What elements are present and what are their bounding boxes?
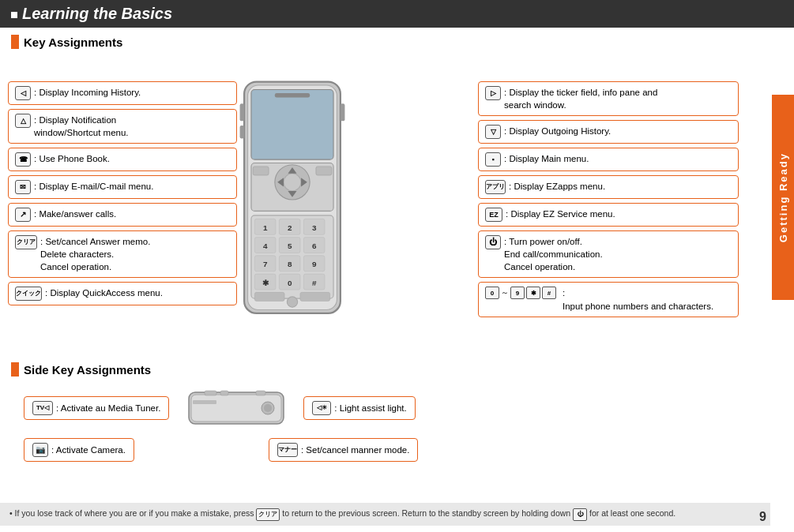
svg-rect-42: [300, 292, 330, 301]
notification-desc: : Display Notificationwindow/Shortcut me…: [34, 114, 230, 139]
phone-svg: 1 2 3 4 5 6 7 8 9: [233, 77, 352, 322]
section-header-bar: [11, 35, 19, 49]
light-desc: : Light assist light.: [334, 403, 406, 413]
key-box-main-menu: ▪ : Display Main menu.: [478, 148, 739, 171]
numpad-9-icon: 9: [510, 287, 525, 299]
key-box-clear: クリア : Set/cancel Answer memo.Delete char…: [8, 230, 237, 278]
svg-point-51: [264, 404, 272, 412]
svg-rect-47: [220, 391, 228, 395]
incoming-history-desc: : Display Incoming History.: [34, 86, 230, 99]
ez-service-desc: : Display EZ Service menu.: [506, 208, 732, 220]
key-assignments-title: Key Assignments: [24, 36, 122, 49]
key-box-calls: ↗ : Make/answer calls.: [8, 203, 237, 227]
clear-icon: クリア: [15, 235, 37, 249]
bottom-note-power-icon: ⏻: [573, 508, 587, 521]
numpad-star-icon: ✱: [526, 287, 540, 299]
svg-text:1: 1: [263, 223, 268, 232]
power-desc: : Turn power on/off.End call/communicati…: [504, 235, 732, 273]
side-key-row2: 📷 : Activate Camera. マナー : Set/cancel ma…: [0, 432, 770, 468]
main-menu-icon: ▪: [485, 152, 501, 167]
right-column: ▷ : Display the ticker field, info pane …: [478, 81, 739, 321]
key-box-phone-book: ☎ : Use Phone Book.: [8, 148, 237, 171]
svg-text:0: 0: [288, 279, 292, 287]
phone-book-desc: : Use Phone Book.: [34, 152, 230, 165]
svg-rect-46: [205, 391, 216, 395]
light-icon: ◁☀: [312, 401, 331, 415]
svg-rect-3: [275, 93, 310, 98]
side-key-section: Side Key Assignments TV◁ : Activate au M…: [0, 359, 770, 468]
key-box-ezapps: アプリ : Display EZapps menu.: [478, 175, 739, 199]
email-icon: ✉: [15, 180, 31, 194]
svg-text:3: 3: [312, 223, 317, 232]
side-tab-text: Getting Ready: [777, 152, 789, 242]
key-box-incoming-history: ◁ : Display Incoming History.: [8, 81, 237, 105]
svg-text:9: 9: [312, 260, 317, 268]
bottom-note-clear-icon: クリア: [256, 508, 280, 521]
svg-rect-41: [254, 292, 284, 301]
side-key-media-tuner: TV◁ : Activate au Media Tuner.: [24, 396, 169, 420]
left-column: ◁ : Display Incoming History. △ : Displa…: [8, 81, 237, 309]
svg-rect-2: [251, 90, 333, 160]
email-desc: : Display E-mail/C-mail menu.: [34, 180, 230, 193]
svg-rect-15: [316, 167, 332, 175]
svg-point-43: [287, 297, 297, 307]
camera-icon: 📷: [32, 443, 48, 457]
manner-desc: : Set/cancel manner mode.: [301, 445, 409, 455]
outgoing-icon: ▽: [485, 125, 501, 139]
incoming-history-icon: ◁: [15, 86, 31, 100]
svg-text:6: 6: [312, 242, 317, 250]
media-tuner-desc: : Activate au Media Tuner.: [56, 403, 160, 413]
key-assignments-header: Key Assignments: [0, 30, 770, 54]
phone-image-area: 1 2 3 4 5 6 7 8 9: [229, 73, 356, 326]
side-key-title: Side Key Assignments: [24, 363, 151, 377]
svg-text:2: 2: [288, 223, 292, 232]
outgoing-desc: : Display Outgoing History.: [504, 125, 732, 137]
side-key-header-bar: [11, 362, 19, 377]
key-box-ez-service: EZ : Display EZ Service menu.: [478, 203, 739, 227]
svg-text:5: 5: [288, 242, 292, 250]
svg-rect-48: [256, 391, 265, 395]
svg-text:4: 4: [263, 242, 268, 250]
ez-service-icon: EZ: [485, 208, 502, 222]
ticker-icon: ▷: [485, 86, 501, 100]
numpad-tilde: ～: [501, 287, 509, 298]
key-box-power: ⏻ : Turn power on/off.End call/communica…: [478, 230, 739, 278]
side-key-camera: 📷 : Activate Camera.: [24, 438, 134, 462]
svg-rect-6: [341, 103, 345, 121]
side-phone-svg: [185, 384, 288, 432]
bottom-note: • If you lose track of where you are or …: [0, 503, 770, 526]
key-box-email: ✉ : Display E-mail/C-mail menu.: [8, 175, 237, 199]
svg-point-9: [284, 174, 301, 191]
numpad-icons: 0 ～ 9 ✱ #: [485, 287, 556, 299]
side-key-manner: マナー : Set/cancel manner mode.: [269, 438, 418, 462]
ezapps-icon: アプリ: [485, 180, 506, 194]
side-phone-image: [185, 384, 288, 432]
svg-rect-14: [253, 167, 269, 175]
phone-book-icon: ☎: [15, 152, 31, 167]
quickaccess-icon: クイック: [15, 287, 42, 301]
side-tab: Getting Ready: [772, 95, 794, 300]
main-menu-desc: : Display Main menu.: [504, 152, 732, 165]
svg-text:#: #: [312, 279, 317, 287]
svg-rect-4: [240, 103, 245, 121]
quickaccess-desc: : Display QuickAccess menu.: [45, 287, 230, 299]
numpad-hash-icon: #: [542, 287, 556, 299]
side-key-header: Side Key Assignments: [0, 359, 770, 380]
numpad-0-icon: 0: [485, 287, 499, 299]
manner-icon: マナー: [277, 443, 298, 457]
page-number: 9: [759, 510, 766, 524]
svg-text:8: 8: [288, 260, 292, 268]
svg-text:✱: ✱: [262, 279, 269, 287]
power-icon: ⏻: [485, 235, 501, 249]
side-key-content: TV◁ : Activate au Media Tuner.: [0, 384, 770, 432]
media-tuner-icon: TV◁: [32, 401, 53, 415]
key-box-notification: △ : Display Notificationwindow/Shortcut …: [8, 109, 237, 144]
main-title: Learning the Basics: [0, 0, 794, 28]
key-box-outgoing: ▽ : Display Outgoing History.: [478, 120, 739, 144]
key-assignments-section: Key Assignments ◁ : Display Incoming His…: [0, 30, 770, 346]
calls-icon: ↗: [15, 208, 31, 222]
ticker-desc: : Display the ticker field, info pane an…: [504, 86, 732, 111]
side-key-light: ◁☀ : Light assist light.: [303, 396, 415, 420]
bottom-note-text: If you lose track of where you are or if…: [15, 508, 676, 518]
key-box-quickaccess: クイック : Display QuickAccess menu.: [8, 282, 237, 305]
